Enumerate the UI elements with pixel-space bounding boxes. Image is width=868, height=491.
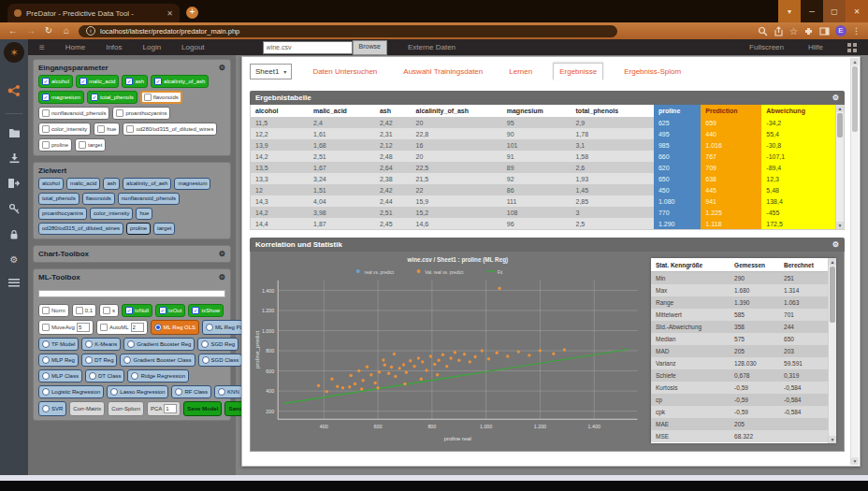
total-phenols-checkbox[interactable]: ✓total_phenols	[87, 91, 137, 104]
pca-value-input[interactable]	[164, 404, 177, 413]
dt-class-radio[interactable]: DT Class	[85, 369, 125, 383]
url-bar[interactable]: i localhost/labster/predator/predator_ma…	[79, 25, 617, 37]
corr-splom-button[interactable]: Corr-Splom	[108, 401, 144, 416]
tab-ergebnisse[interactable]: Ergebnisse	[553, 63, 603, 80]
nav-infos[interactable]: Infos	[106, 43, 122, 51]
logistic-regression-radio[interactable]: Logistic Regression	[38, 385, 104, 398]
nav-logout[interactable]: Logout	[181, 43, 204, 51]
0-1-checkbox[interactable]: 0,1	[72, 304, 96, 317]
lasso-regression-radio[interactable]: Lasso Regression	[107, 385, 168, 398]
od280-od315-of-diluted-wines-checkbox[interactable]: od280/od315_of_diluted_wines	[123, 123, 217, 136]
sgd-class-radio[interactable]: SGD Class	[198, 354, 243, 367]
tab-ergebniss-splom[interactable]: Ergebniss-Splom	[618, 64, 687, 79]
sidepanel-icon[interactable]	[819, 26, 830, 36]
tab-daten-untersuchen[interactable]: Daten Untersuchen	[307, 64, 383, 79]
nav-externe-daten[interactable]: Externe Daten	[408, 43, 456, 51]
ash-checkbox[interactable]: ✓ash	[122, 75, 148, 88]
card-scrollbar[interactable]: ▲ ▼	[850, 58, 859, 465]
back-icon[interactable]: ←	[7, 25, 19, 36]
grid-menu-icon[interactable]	[847, 43, 857, 52]
scroll-up-icon[interactable]: ▲	[829, 258, 836, 266]
scroll-up-icon[interactable]: ▲	[836, 105, 844, 112]
restore-icon[interactable]: ▢	[823, 0, 846, 22]
browser-tab[interactable]: PreDator - Predictive Data Tool - ✕	[7, 4, 180, 22]
list-icon[interactable]	[8, 279, 20, 287]
scroll-down-icon[interactable]: ▼	[829, 436, 836, 443]
scroll-down-icon[interactable]: ▼	[836, 222, 844, 229]
forward-icon[interactable]: →	[25, 25, 36, 36]
gear-icon[interactable]: ⚙	[10, 254, 19, 265]
s-checkbox[interactable]: s	[99, 304, 119, 317]
extensions-icon[interactable]	[803, 26, 814, 36]
svr-radio[interactable]: SVR	[38, 401, 66, 416]
home-icon[interactable]: ⌂	[61, 25, 72, 36]
nav-fullscreen[interactable]: Fullscreen	[749, 43, 784, 51]
moveavg-value-input[interactable]	[77, 323, 90, 332]
result-table-scrollbar[interactable]: ▲ ▼	[835, 105, 844, 229]
od280-od315-of-diluted-wines-button[interactable]: od280/od315_of_diluted_wines	[38, 223, 123, 235]
close-icon[interactable]: ✕	[846, 0, 868, 22]
magnesium-checkbox[interactable]: ✓magnesium	[38, 91, 84, 104]
dt-reg-radio[interactable]: DT Reg	[81, 354, 118, 367]
tab-lernen[interactable]: Lernen	[503, 64, 538, 79]
alcohol-checkbox[interactable]: ✓alcohol	[38, 75, 73, 88]
tab-auswahl-trainingsdaten[interactable]: Auswahl Trainingsdaten	[398, 64, 488, 79]
reload-icon[interactable]: ↻	[43, 25, 54, 36]
tf-model-radio[interactable]: TF Model	[38, 338, 79, 351]
proline-checkbox[interactable]: proline	[38, 138, 72, 152]
gear-icon[interactable]: ⚙	[832, 94, 839, 102]
color-intensity-button[interactable]: color_intensity	[90, 208, 133, 220]
nonflavanoid-phenols-checkbox[interactable]: nonflavanoid_phenols	[38, 107, 109, 120]
molecule-icon[interactable]	[7, 83, 22, 98]
alcalinity-of-ash-checkbox[interactable]: ✓alcalinity_of_ash	[151, 75, 209, 88]
ash-button[interactable]: ash	[103, 178, 120, 190]
alcohol-button[interactable]: alcohol	[38, 178, 64, 190]
ridge-regression-radio[interactable]: Ridge Regression	[127, 369, 189, 383]
new-tab-button[interactable]: +	[186, 7, 198, 19]
folder-icon[interactable]	[8, 128, 21, 138]
scrollbar-thumb[interactable]	[830, 267, 835, 323]
site-info-icon[interactable]: i	[86, 26, 95, 36]
hamburger-menu-icon[interactable]: ≡	[39, 42, 45, 52]
ml-reg-ols-radio[interactable]: ML Reg OLS	[151, 320, 199, 335]
save-model-button[interactable]: Save Model	[183, 401, 222, 416]
proanthocyanins-button[interactable]: proanthocyanins	[38, 208, 87, 220]
file-export-icon[interactable]	[7, 178, 21, 189]
nav-login[interactable]: Login	[143, 43, 162, 51]
color-intensity-checkbox[interactable]: color_intensity	[38, 123, 91, 136]
target-checkbox[interactable]: target	[75, 138, 106, 152]
ml-filter-input[interactable]	[38, 290, 225, 297]
knn-radio[interactable]: KNN	[214, 385, 243, 398]
total-phenols-button[interactable]: total_phenols	[38, 193, 80, 205]
mlp-class-radio[interactable]: MLP Class	[38, 369, 82, 383]
share-icon[interactable]	[774, 26, 784, 36]
gradient-booster-reg-radio[interactable]: Gradient Booster Reg	[123, 338, 195, 351]
moveavg-checkbox[interactable]: MoveAvg	[38, 320, 94, 335]
pca-button[interactable]: PCA	[147, 401, 181, 416]
sheet-select[interactable]: Sheet1 ▾	[250, 64, 292, 79]
menu-kebab-icon[interactable]: ⋮	[852, 26, 861, 36]
gear-icon[interactable]: ⚙	[219, 273, 225, 282]
scrollbar-thumb[interactable]	[837, 113, 843, 137]
lock-icon[interactable]	[8, 229, 20, 240]
txout-checkbox[interactable]: ✓txOut	[155, 304, 185, 317]
gear-icon[interactable]: ⚙	[219, 250, 225, 258]
automl-checkbox[interactable]: AutoML	[96, 320, 148, 335]
proline-button[interactable]: proline	[126, 223, 151, 235]
profile-avatar[interactable]: E	[835, 25, 846, 36]
bookmark-star-icon[interactable]: ☆	[789, 26, 798, 36]
txnull-checkbox[interactable]: ✓txNull	[122, 304, 152, 317]
automl-value-input[interactable]	[131, 323, 144, 332]
flavonoids-checkbox[interactable]: flavonoids	[140, 91, 182, 104]
txshow-checkbox[interactable]: ✓txShow	[188, 304, 224, 317]
hue-checkbox[interactable]: hue	[94, 123, 120, 136]
corr-matrix-button[interactable]: Corr-Matrix	[69, 401, 105, 416]
hue-button[interactable]: hue	[136, 208, 152, 220]
file-input[interactable]	[263, 41, 353, 54]
nav-hilfe[interactable]: Hilfe	[808, 43, 823, 51]
norm-checkbox[interactable]: Norm	[38, 304, 69, 317]
mlp-reg-radio[interactable]: MLP Reg	[38, 354, 79, 367]
nav-home[interactable]: Home	[65, 43, 85, 51]
browse-button[interactable]: Browse	[353, 40, 387, 55]
alcalinity-of-ash-button[interactable]: alcalinity_of_ash	[123, 178, 171, 190]
